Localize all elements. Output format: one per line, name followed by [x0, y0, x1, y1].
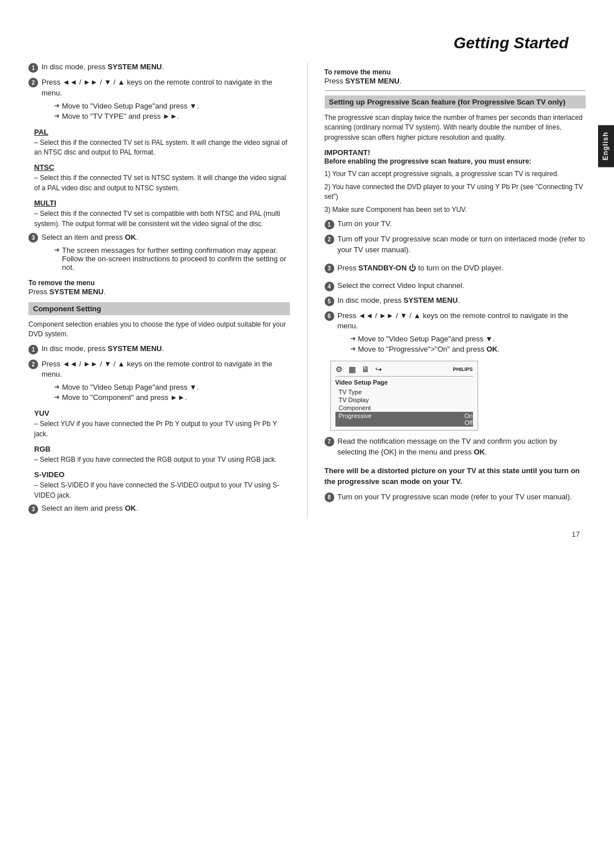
important-point-1: 1) Your TV can accept progressive signal… — [325, 169, 586, 179]
ps-step-6-text: Press ◄◄ / ►► / ▼ / ▲ keys on the remote… — [338, 311, 586, 332]
ps-step-6-arrow-1-text: Move to "Video Setup Page"and press ▼. — [358, 335, 495, 343]
rgb-section: RGB – Select RGB if you have connected t… — [34, 445, 290, 465]
ps-step-6: 6 Press ◄◄ / ►► / ▼ / ▲ keys on the remo… — [325, 311, 586, 356]
ps-step-8-content: Turn on your TV progressive scan mode (r… — [338, 492, 586, 506]
ntsc-section: NTSC – Select this if the connected TV s… — [34, 163, 290, 193]
cs-step-3-content: Select an item and press OK. — [42, 504, 290, 512]
prog-scan-intro: The progressive scan display twice the n… — [325, 113, 586, 143]
ps-step-7-content: Read the notification message on the TV … — [338, 436, 586, 461]
ps-step-4: 4 Select the correct Video Input channel… — [325, 281, 586, 291]
display-icon: 🖥 — [362, 365, 370, 374]
step-1-number: 1 — [28, 63, 38, 73]
ps-step-4-content: Select the correct Video Input channel. — [338, 281, 586, 290]
ps-step-8-text: Turn on your TV progressive scan mode (r… — [338, 492, 586, 503]
ps-step-5-text: In disc mode, press — [338, 296, 404, 304]
ps-step-5-content: In disc mode, press SYSTEM MENU. — [338, 296, 586, 304]
step-1-content: In disc mode, press SYSTEM MENU. — [42, 62, 290, 71]
step-2-text: Press ◄◄ / ►► / ▼ / ▲ keys on the remote… — [42, 77, 290, 99]
to-remove-2-label: To remove the menu — [325, 68, 586, 76]
side-tab-english: English — [598, 125, 614, 167]
page-title: Getting Started — [0, 34, 614, 52]
ntsc-text: – Select this if the connected TV set is… — [34, 173, 290, 193]
to-remove-1: To remove the menu Press SYSTEM MENU. — [28, 279, 290, 298]
divider-1 — [325, 90, 586, 91]
rgb-text: – Select RGB if you have connected the R… — [34, 455, 290, 465]
ps-step-5-bold: SYSTEM MENU — [404, 296, 458, 304]
pal-text: – Select this if the connected TV set is… — [34, 138, 290, 158]
ps-step-3-number: 3 — [325, 264, 334, 273]
ps-step-4-number: 4 — [325, 282, 334, 291]
left-step-2: 2 Press ◄◄ / ►► / ▼ / ▲ keys on the remo… — [28, 77, 290, 122]
cs-step-3: 3 Select an item and press OK. — [28, 504, 290, 514]
svideo-heading: S-VIDEO — [34, 470, 290, 479]
step-3-content: Select an item and press OK. ➜ The scree… — [42, 232, 290, 273]
step-1-text: In disc mode, press — [42, 62, 107, 71]
arrow-symbol-ps-2: ➜ — [350, 345, 356, 353]
page-container: English Getting Started 1 In disc mode, … — [0, 0, 614, 868]
important-heading: Before enabling the progressive scan fea… — [325, 157, 586, 166]
prog-scan-box: Setting up Progressive Scan feature (for… — [325, 95, 586, 108]
grid-icon: ▦ — [349, 365, 356, 374]
step-2-arrow-2-text: Move to "TV TYPE" and press ►►. — [62, 112, 180, 120]
multi-section: MULTI – Select this if the connected TV … — [34, 199, 290, 229]
yuv-text: – Select YUV if you have connected the P… — [34, 419, 290, 439]
step-2-arrow-1-text: Move to "Video Setup Page"and press ▼. — [62, 102, 199, 110]
ps-step-5-number: 5 — [325, 297, 334, 306]
step-3-number: 3 — [28, 233, 38, 243]
dvd-menu-title: Video Setup Page — [335, 379, 473, 386]
arrow-symbol-3: ➜ — [54, 246, 60, 254]
cs-step-3-text: Select an item and press — [42, 504, 125, 512]
settings-icon: ⚙ — [335, 365, 343, 374]
dvd-row-label-progressive: Progressive — [339, 412, 372, 426]
two-column-layout: 1 In disc mode, press SYSTEM MENU. 2 Pre… — [0, 62, 614, 519]
important-point-2: 2) You have connected the DVD player to … — [325, 182, 586, 202]
step-3-arrow-text: The screen messages for further setting … — [62, 246, 290, 272]
cs-step-1-bold: SYSTEM MENU — [107, 344, 161, 353]
step-2-number: 2 — [28, 78, 38, 87]
left-column: 1 In disc mode, press SYSTEM MENU. 2 Pre… — [28, 62, 308, 519]
to-remove-1-label: To remove the menu — [28, 279, 290, 287]
step-1-bold: SYSTEM MENU — [107, 62, 161, 71]
cs-step-2-number: 2 — [28, 360, 38, 369]
arrow-symbol-ps-1: ➜ — [350, 335, 356, 343]
philips-label: PHILIPS — [453, 366, 472, 372]
step-3-text: Select an item and press OK. — [42, 232, 290, 243]
to-remove-2-text: Press SYSTEM MENU. — [325, 76, 586, 87]
step-2-content: Press ◄◄ / ►► / ▼ / ▲ keys on the remote… — [42, 77, 290, 122]
ps-step-8-number: 8 — [325, 493, 334, 502]
left-step-3: 3 Select an item and press OK. ➜ The scr… — [28, 232, 290, 273]
multi-text: – Select this if the connected TV set is… — [34, 209, 290, 229]
cs-step-1-end: . — [162, 344, 164, 353]
ps-step-1-content: Turn on your TV. — [338, 219, 586, 228]
cs-step-3-number: 3 — [28, 504, 38, 514]
dvd-row-label-component: Component — [339, 404, 371, 411]
svideo-text: – Select S-VIDEO if you have connected t… — [34, 481, 290, 500]
arrow-symbol-1: ➜ — [54, 102, 60, 110]
to-remove-2: To remove the menu Press SYSTEM MENU. — [325, 68, 586, 87]
arrow-symbol-cs-2: ➜ — [54, 393, 60, 401]
dvd-row-label-tvdisplay: TV Display — [339, 397, 369, 403]
component-setting-intro: Component selection enables you to choos… — [28, 320, 290, 340]
cs-step-1: 1 In disc mode, press SYSTEM MENU. — [28, 344, 290, 354]
cs-step-1-number: 1 — [28, 345, 38, 354]
ps-step-5: 5 In disc mode, press SYSTEM MENU. — [325, 296, 586, 306]
important-label: IMPORTANT! — [325, 148, 586, 157]
ps-step-1-number: 1 — [325, 220, 334, 229]
ps-step-3-content: Press STANDBY-ON ⏻ to turn on the DVD pl… — [338, 263, 586, 277]
ps-step-6-arrow-2: ➜ Move to "Progressive">"On" and press O… — [350, 345, 586, 353]
cs-step-1-content: In disc mode, press SYSTEM MENU. — [42, 344, 290, 353]
ps-step-8: 8 Turn on your TV progressive scan mode … — [325, 492, 586, 506]
ps-step-7-number: 7 — [325, 437, 334, 446]
dvd-menu-row-progressive: Progressive On Off — [335, 412, 473, 427]
cs-step-3-end: . — [136, 504, 138, 512]
cs-step-2-arrow-2: ➜ Move to "Component" and press ►►. — [54, 393, 290, 402]
page-number: 17 — [0, 530, 614, 539]
return-icon: ↪ — [375, 365, 382, 374]
step-2-arrow-2: ➜ Move to "TV TYPE" and press ►►. — [54, 112, 290, 120]
left-step-1: 1 In disc mode, press SYSTEM MENU. — [28, 62, 290, 73]
ntsc-heading: NTSC — [34, 163, 290, 172]
important-point-3: 3) Make sure Component has been set to Y… — [325, 205, 586, 215]
ps-step-2-text: Turn off your TV progressive scan mode o… — [338, 234, 586, 256]
dvd-menu-row-tvtype: TV Type — [335, 388, 473, 396]
multi-heading: MULTI — [34, 199, 290, 207]
